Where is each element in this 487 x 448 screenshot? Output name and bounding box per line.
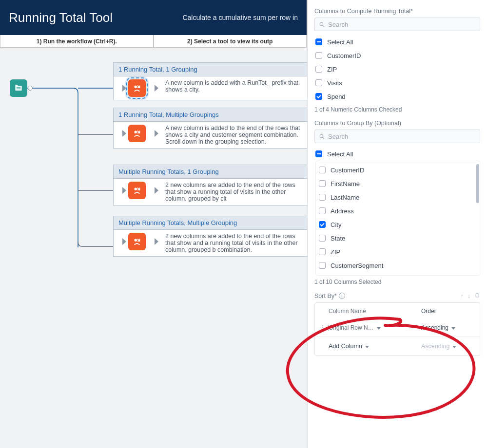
compute-section-label: Columns to Compute Running Total* bbox=[314, 8, 480, 15]
column-label: Address bbox=[331, 207, 354, 215]
example-header: 1 Running Total, Multiple Groupings bbox=[113, 108, 308, 121]
sortby-row[interactable]: Add Column Ascending bbox=[315, 336, 480, 355]
checkbox-indeterminate-icon bbox=[315, 150, 322, 157]
svg-point-6 bbox=[320, 22, 323, 26]
example-block-2[interactable]: 1 Running Total, Multiple Groupings A ne… bbox=[113, 108, 308, 149]
column-label: City bbox=[331, 221, 341, 228]
sort-column-select[interactable]: Original Row N… bbox=[329, 324, 421, 331]
chevron-down-icon bbox=[365, 343, 369, 350]
groupby-column-option[interactable]: City bbox=[319, 218, 478, 231]
sort-column-select[interactable]: Add Column bbox=[329, 343, 421, 350]
sort-order-select[interactable]: Ascending bbox=[421, 324, 475, 331]
example-body: A new column is added with a RunTot_ pre… bbox=[113, 76, 308, 100]
move-down-icon[interactable]: ↓ bbox=[468, 293, 470, 299]
sortby-section: Sort By* i ↑ ↓ Column Name Order ⋮⋮ Orig… bbox=[314, 292, 480, 356]
column-label: State bbox=[331, 235, 345, 242]
example-block-1[interactable]: 1 Running Total, 1 Grouping A new column… bbox=[113, 62, 308, 100]
sort-order-select[interactable]: Ascending bbox=[421, 343, 475, 350]
running-total-tool-icon[interactable] bbox=[128, 182, 146, 199]
compute-column-option[interactable]: Visits bbox=[315, 76, 480, 90]
workflow-canvas[interactable]: 1 Running Total, 1 Grouping A new column… bbox=[0, 48, 307, 448]
compute-search-input[interactable]: Search bbox=[314, 18, 480, 31]
input-anchor-icon[interactable] bbox=[122, 130, 126, 137]
output-anchor-icon[interactable] bbox=[155, 238, 158, 245]
column-label: LastName bbox=[331, 194, 359, 201]
move-up-icon[interactable]: ↑ bbox=[461, 293, 464, 299]
checkbox-icon bbox=[319, 235, 326, 242]
column-label: Visits bbox=[327, 79, 342, 87]
select-all-compute[interactable]: Select All bbox=[315, 35, 480, 49]
checkbox-indeterminate-icon bbox=[315, 38, 322, 45]
input-anchor-icon[interactable] bbox=[122, 187, 126, 194]
column-label: CustomerSegment bbox=[331, 262, 383, 269]
running-total-tool-icon[interactable] bbox=[128, 233, 146, 250]
sortby-row[interactable]: ⋮⋮ Original Row N… Ascending bbox=[315, 319, 480, 336]
output-anchor-icon[interactable] bbox=[155, 130, 158, 137]
groupby-column-option[interactable]: FirstName bbox=[319, 177, 478, 190]
checkbox-checked-icon bbox=[315, 93, 322, 100]
svg-point-5 bbox=[135, 239, 137, 242]
checkbox-checked-icon bbox=[319, 221, 326, 228]
compute-column-option[interactable]: Spend bbox=[315, 90, 480, 103]
compute-summary: 1 of 4 Numeric Columns Checked bbox=[314, 106, 480, 113]
input-anchor-icon[interactable] bbox=[122, 85, 126, 92]
compute-column-option[interactable]: CustomerID bbox=[315, 49, 480, 62]
groupby-column-option[interactable]: CustomerSegment bbox=[319, 259, 478, 272]
example-block-3[interactable]: Multiple Running Totals, 1 Grouping 2 ne… bbox=[113, 165, 308, 205]
tool-config-panel: Columns to Compute Running Total* Search… bbox=[307, 0, 487, 448]
column-label: FirstName bbox=[331, 180, 360, 187]
search-icon bbox=[319, 133, 325, 140]
svg-point-4 bbox=[135, 188, 137, 191]
svg-point-2 bbox=[135, 86, 137, 89]
column-label: CustomerID bbox=[327, 52, 361, 59]
checkbox-icon bbox=[319, 180, 326, 187]
compute-column-option[interactable]: ZIP bbox=[315, 62, 480, 76]
output-anchor[interactable] bbox=[28, 86, 33, 91]
groupby-column-option[interactable]: State bbox=[319, 231, 478, 245]
groupby-column-option[interactable]: CustomerID bbox=[319, 163, 478, 177]
checkbox-icon bbox=[315, 52, 322, 59]
groupby-column-option[interactable]: Address bbox=[319, 204, 478, 218]
svg-point-8 bbox=[320, 134, 323, 138]
compute-column-list: Select All CustomerIDZIPVisitsSpend bbox=[315, 35, 480, 103]
delete-icon[interactable] bbox=[474, 292, 480, 299]
search-icon bbox=[319, 21, 325, 28]
title-banner: Running Total Tool Calculate a cumulativ… bbox=[0, 0, 307, 35]
running-total-tool-icon[interactable] bbox=[128, 79, 146, 97]
svg-rect-1 bbox=[17, 89, 20, 89]
svg-line-9 bbox=[323, 137, 324, 139]
column-label: CustomerID bbox=[331, 167, 364, 174]
input-anchor-icon[interactable] bbox=[122, 238, 126, 245]
column-label: ZIP bbox=[331, 248, 340, 256]
drag-handle-icon[interactable]: ⋮⋮ bbox=[320, 324, 329, 331]
running-total-tool-icon[interactable] bbox=[128, 125, 146, 142]
sortby-label: Sort By* bbox=[314, 293, 337, 299]
example-description: A new column is added to the end of the … bbox=[165, 125, 304, 145]
groupby-column-option[interactable]: ZIP bbox=[319, 245, 478, 259]
output-anchor-icon[interactable] bbox=[155, 85, 158, 92]
checkbox-icon bbox=[319, 194, 326, 201]
select-all-groupby[interactable]: Select All bbox=[315, 147, 480, 161]
column-name-header: Column Name bbox=[329, 308, 421, 315]
input-data-tool-icon[interactable] bbox=[10, 79, 27, 97]
chevron-down-icon bbox=[451, 324, 455, 331]
sortby-header-row: Column Name Order bbox=[315, 303, 480, 319]
scrollbar-thumb[interactable] bbox=[476, 164, 479, 203]
order-header: Order bbox=[421, 308, 475, 315]
example-block-4[interactable]: Multiple Running Totals, Multiple Groupi… bbox=[113, 216, 308, 257]
groupby-section-label: Columns to Group By (Optional) bbox=[314, 120, 480, 127]
info-icon[interactable]: i bbox=[339, 293, 345, 299]
checkbox-icon bbox=[319, 262, 326, 269]
instruction-row: 1) Run the workflow (Ctrl+R). 2) Select … bbox=[0, 35, 307, 48]
checkbox-icon bbox=[319, 207, 326, 214]
groupby-search-input[interactable]: Search bbox=[314, 130, 480, 143]
column-label: Spend bbox=[327, 93, 346, 100]
example-body: 2 new columns are added to the end of th… bbox=[113, 178, 308, 205]
example-header: Multiple Running Totals, 1 Grouping bbox=[113, 165, 308, 178]
svg-rect-0 bbox=[17, 87, 20, 88]
output-anchor-icon[interactable] bbox=[155, 187, 158, 194]
page-title: Running Total Tool bbox=[9, 10, 113, 25]
select-all-label: Select All bbox=[327, 150, 353, 158]
example-header: Multiple Running Totals, Multiple Groupi… bbox=[113, 216, 308, 229]
groupby-column-option[interactable]: LastName bbox=[319, 190, 478, 204]
